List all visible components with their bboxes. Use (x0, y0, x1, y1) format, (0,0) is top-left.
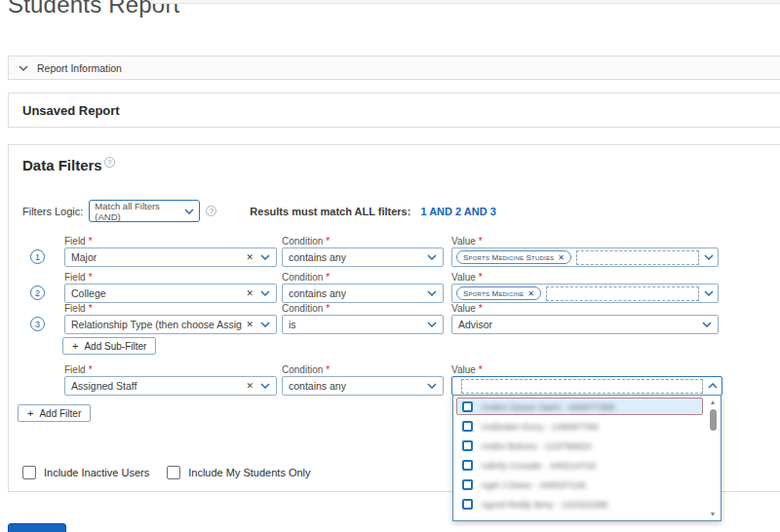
remove-chip-icon[interactable]: ✕ (527, 289, 534, 298)
help-icon[interactable]: ? (206, 206, 216, 216)
value-column-label: Value* (451, 236, 719, 247)
filter3-field-select[interactable]: Relationship Type (then choose Assigned … (64, 315, 277, 334)
option-label: Andre Bolono - 123756824 (481, 440, 592, 451)
option-label: Anden Seson Sami - 440977308 (481, 401, 614, 412)
condition-column-label: Condition* (282, 236, 444, 247)
value-search-input[interactable] (546, 286, 699, 301)
assigned-staff-dropdown: Anden Seson Sami - 440977308 Andesten Do… (452, 395, 722, 521)
remove-chip-icon[interactable]: ✕ (558, 253, 565, 262)
value-chip: Sports Medicine✕ (456, 286, 541, 300)
chevron-down-icon (702, 322, 712, 327)
option-checkbox[interactable] (462, 401, 473, 412)
include-my-students-only-label: Include My Students Only (188, 467, 310, 478)
plus-icon: + (72, 340, 78, 352)
chevron-down-icon (427, 254, 437, 260)
scroll-up-icon[interactable]: ▲ (707, 398, 719, 406)
value-column-label: Value* (451, 303, 719, 314)
filter2-value-select[interactable]: Sports Medicine✕ (451, 284, 719, 303)
filter3-value-select[interactable]: Advisor (451, 315, 719, 334)
filter2-condition-select[interactable]: contains any (282, 284, 444, 303)
value-column-label: Value* (451, 364, 719, 375)
filters-logic-select[interactable]: Match all Filters (AND) (89, 200, 200, 222)
field-column-label: Field* (64, 272, 277, 283)
chevron-down-icon (704, 254, 714, 260)
add-filter-button[interactable]: + Add Filter (18, 404, 91, 422)
option-checkbox[interactable] (462, 499, 473, 510)
dropdown-option[interactable]: Andre Bolono - 123756824 (456, 437, 703, 454)
students-report-page: Students Report Report Information Unsav… (0, 0, 780, 532)
scrollbar-thumb[interactable] (710, 409, 717, 431)
data-filters-title: Data Filters? (22, 157, 115, 173)
options-row: Include Inactive Users Include My Studen… (22, 466, 311, 479)
dropdown-scrollbar[interactable]: ▲ ▼ (707, 398, 719, 518)
report-information-label: Report Information (37, 62, 122, 74)
dropdown-option[interactable]: Anden Seson Sami - 440977308 (456, 398, 703, 415)
chevron-down-icon (427, 322, 437, 327)
subfilter-field-select[interactable]: Assigned Staff ✕ (64, 376, 277, 396)
value-search-input[interactable] (461, 379, 703, 394)
help-icon[interactable]: ? (104, 157, 115, 168)
results-must-match-text: Results must match ALL filters: (250, 206, 410, 217)
clear-icon[interactable]: ✕ (242, 320, 260, 329)
value-column-label: Value* (451, 272, 719, 283)
unsaved-report-panel: Unsaved Report (8, 93, 780, 128)
plus-icon: + (27, 407, 33, 419)
chevron-down-icon (19, 65, 28, 71)
field-column-label: Field* (64, 303, 277, 314)
chevron-down-icon (704, 290, 714, 296)
condition-column-label: Condition* (282, 303, 444, 314)
chevron-down-icon (427, 383, 437, 389)
subfilter-condition-select[interactable]: contains any (282, 376, 444, 396)
scroll-down-icon[interactable]: ▼ (707, 510, 719, 518)
filter-number-badge: 3 (30, 317, 45, 331)
filters-logic-label: Filters Logic: (22, 206, 83, 217)
clear-icon[interactable]: ✕ (242, 381, 260, 391)
filter1-field-select[interactable]: Major ✕ (64, 247, 277, 267)
include-my-students-only-checkbox[interactable] (167, 466, 180, 479)
chevron-down-icon (260, 322, 270, 327)
filter3-condition-select[interactable]: is (282, 315, 444, 334)
chevron-up-icon (708, 383, 718, 389)
dropdown-option[interactable]: Agel J Dane - 440037126 (456, 475, 703, 493)
filter1-condition-select[interactable]: contains any (282, 247, 444, 267)
filter-number-badge: 2 (30, 285, 45, 300)
option-checkbox[interactable] (462, 460, 473, 471)
option-label: Aderly Crosale - 440214716 (481, 460, 596, 471)
add-sub-filter-button[interactable]: + Add Sub-Filter (62, 337, 156, 355)
dropdown-option[interactable]: Andesten Docy - 149057756 (456, 417, 703, 435)
option-label: Agel J Dane - 440037126 (481, 479, 586, 490)
field-column-label: Field* (64, 364, 277, 375)
top-divider (151, 0, 780, 4)
option-label: Agord Reldy Brny - 122322286 (481, 499, 607, 510)
subfilter-value-select[interactable] (451, 376, 722, 396)
condition-column-label: Condition* (282, 364, 444, 375)
report-information-bar[interactable]: Report Information (8, 56, 780, 80)
option-checkbox[interactable] (462, 440, 473, 451)
chevron-down-icon (260, 254, 270, 260)
include-inactive-users-label: Include Inactive Users (44, 467, 149, 478)
value-search-input[interactable] (576, 250, 699, 265)
option-checkbox[interactable] (462, 479, 473, 490)
include-inactive-users-checkbox[interactable] (22, 466, 36, 479)
filters-logic-row: Filters Logic: Match all Filters (AND) ?… (22, 200, 496, 222)
filter1-value-select[interactable]: Sports Medicine Studies✕ (451, 247, 719, 267)
chevron-down-icon (427, 290, 437, 296)
run-report-button[interactable]: Run Report (8, 523, 66, 532)
chevron-down-icon (184, 209, 194, 214)
filters-logic-expression: 1 AND 2 AND 3 (420, 206, 495, 217)
chevron-down-icon (260, 290, 270, 296)
value-chip: Sports Medicine Studies✕ (456, 250, 571, 264)
clear-icon[interactable]: ✕ (242, 252, 260, 262)
field-column-label: Field* (64, 236, 277, 247)
unsaved-report-label: Unsaved Report (22, 103, 120, 118)
chevron-down-icon (260, 383, 270, 389)
option-checkbox[interactable] (462, 421, 473, 432)
option-label: Andesten Docy - 149057756 (481, 421, 598, 432)
condition-column-label: Condition* (282, 272, 444, 283)
dropdown-option[interactable]: Aderly Crosale - 440214716 (456, 456, 703, 474)
filter-number-badge: 1 (30, 249, 45, 264)
clear-icon[interactable]: ✕ (242, 288, 260, 298)
filter2-field-select[interactable]: College ✕ (64, 284, 277, 303)
dropdown-option[interactable]: Agord Reldy Brny - 122322286 (456, 495, 703, 513)
